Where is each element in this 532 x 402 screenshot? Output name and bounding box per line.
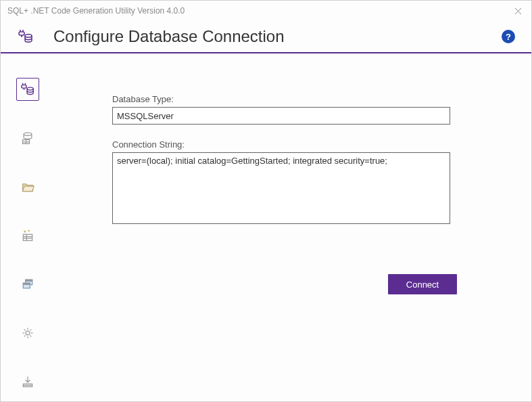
database-type-group: Database Type: [112,94,457,125]
plug-database-icon [20,82,35,97]
cascade-windows-icon [21,277,34,291]
database-grid-icon [21,131,34,145]
connection-string-label: Connection String: [112,139,457,150]
folder-open-icon [21,180,34,194]
list-sparkle-icon [21,229,34,242]
download-tray-icon [21,375,34,388]
sidebar-item-list[interactable] [16,224,39,247]
plug-database-icon [17,28,34,45]
sidebar-item-open[interactable] [16,175,39,198]
svg-rect-9 [26,280,32,281]
database-type-label: Database Type: [112,94,457,104]
connect-button[interactable]: Connect [388,274,457,294]
window-title: SQL+ .NET Code Generation Utility Versio… [7,6,511,16]
connection-string-input[interactable] [112,152,450,224]
close-button[interactable] [511,4,525,18]
svg-point-4 [24,133,32,135]
gear-icon [21,326,34,340]
page-title: Configure Database Connection [53,27,502,46]
svg-point-11 [26,331,30,335]
svg-rect-0 [19,32,24,35]
svg-rect-6 [23,234,32,240]
sidebar-item-windows[interactable] [16,273,39,296]
svg-rect-10 [23,283,30,284]
sidebar-item-schema[interactable] [16,127,39,150]
help-button[interactable]: ? [502,30,515,43]
content-area: Database Type: Connection String: Connec… [1,53,531,401]
close-icon [514,7,522,15]
svg-rect-2 [22,85,26,89]
title-bar: SQL+ .NET Code Generation Utility Versio… [1,1,531,21]
database-type-input[interactable] [112,107,450,125]
sidebar [1,53,55,401]
connection-string-group: Connection String: [112,139,457,227]
sidebar-item-export[interactable] [16,370,39,393]
svg-point-1 [25,35,32,37]
help-icon: ? [506,32,511,42]
app-window: SQL+ .NET Code Generation Utility Versio… [0,0,532,402]
sidebar-item-connection[interactable] [16,78,39,101]
sidebar-item-settings[interactable] [16,321,39,344]
main-panel: Database Type: Connection String: Connec… [55,53,531,401]
svg-point-3 [27,87,33,90]
page-header: Configure Database Connection ? [1,21,531,53]
